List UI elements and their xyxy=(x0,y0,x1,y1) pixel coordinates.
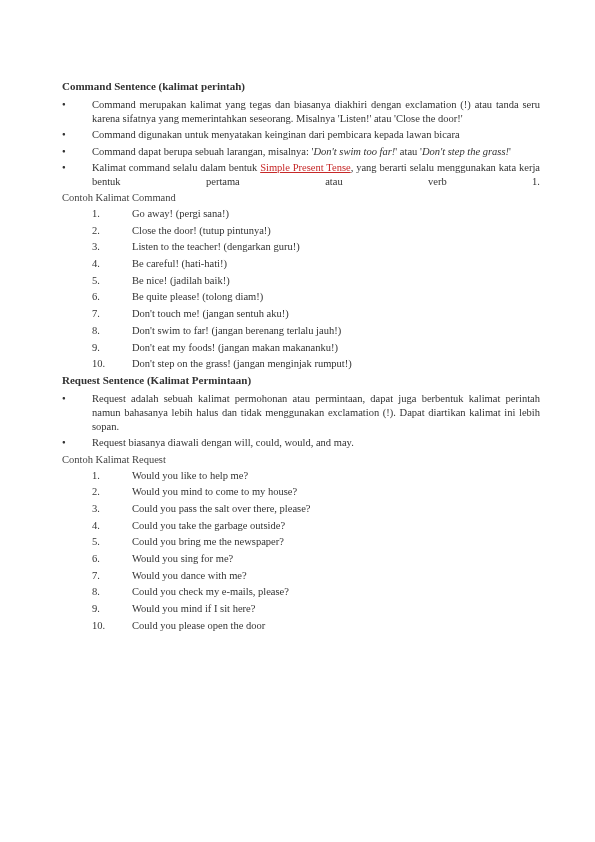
list-number: 5. xyxy=(92,535,132,550)
list-text: Would you sing for me? xyxy=(132,552,233,567)
list-item: 3.Listen to the teacher! (dengarkan guru… xyxy=(92,240,540,255)
list-text: Could you check my e-mails, please? xyxy=(132,585,289,600)
list-item: 10.Could you please open the door xyxy=(92,619,540,634)
list-text: Could you take the garbage outside? xyxy=(132,519,285,534)
list-number: 2. xyxy=(92,224,132,239)
list-text: Could you please open the door xyxy=(132,619,265,634)
bullet-icon: • xyxy=(62,436,66,450)
list-item: 5.Be nice! (jadilah baik!) xyxy=(92,274,540,289)
list-number: 2. xyxy=(92,485,132,500)
bullet-text: ' atau ' xyxy=(395,146,422,157)
bullet-item: • Command merupakan kalimat yang tegas d… xyxy=(62,98,540,126)
list-text: Be careful! (hati-hati!) xyxy=(132,257,227,272)
list-text: Would you dance with me? xyxy=(132,569,247,584)
list-text: Would you mind to come to my house? xyxy=(132,485,297,500)
command-list: 1.Go away! (pergi sana!)2.Close the door… xyxy=(62,207,540,372)
list-item: 7.Would you dance with me? xyxy=(92,569,540,584)
bullet-item: • Request biasanya diawali dengan will, … xyxy=(62,436,540,450)
list-text: Don't swim to far! (jangan berenang terl… xyxy=(132,324,341,339)
list-item: 7.Don't touch me! (jangan sentuh aku!) xyxy=(92,307,540,322)
request-list: 1.Would you like to help me?2.Would you … xyxy=(62,469,540,634)
list-item: 6.Be quite please! (tolong diam!) xyxy=(92,290,540,305)
list-item: 8.Don't swim to far! (jangan berenang te… xyxy=(92,324,540,339)
list-number: 7. xyxy=(92,569,132,584)
list-number: 6. xyxy=(92,290,132,305)
list-number: 10. xyxy=(92,619,132,634)
bullet-item: • Command dapat berupa sebuah larangan, … xyxy=(62,145,540,159)
list-item: 3.Could you pass the salt over there, pl… xyxy=(92,502,540,517)
bullet-text: Request biasanya diawali dengan will, co… xyxy=(92,437,354,448)
list-text: Could you pass the salt over there, plea… xyxy=(132,502,310,517)
list-number: 9. xyxy=(92,341,132,356)
list-item: 4.Be careful! (hati-hati!) xyxy=(92,257,540,272)
list-text: Could you bring me the newspaper? xyxy=(132,535,284,550)
list-number: 5. xyxy=(92,274,132,289)
list-text: Listen to the teacher! (dengarkan guru!) xyxy=(132,240,300,255)
italic-text: Don't swim too far! xyxy=(313,146,395,157)
bullet-text: Command merupakan kalimat yang tegas dan… xyxy=(92,99,540,124)
list-item: 10.Don't step on the grass! (jangan meng… xyxy=(92,357,540,372)
list-number: 9. xyxy=(92,602,132,617)
section1-title: Command Sentence (kalimat perintah) xyxy=(62,80,540,92)
list-item: 8.Could you check my e-mails, please? xyxy=(92,585,540,600)
bullet-item: • Request adalah sebuah kalimat permohon… xyxy=(62,392,540,435)
list-number: 8. xyxy=(92,585,132,600)
list-text: Don't eat my foods! (jangan makan makana… xyxy=(132,341,338,356)
list-text: Would you like to help me? xyxy=(132,469,248,484)
section2-subtitle: Contoh Kalimat Request xyxy=(62,454,540,465)
list-number: 8. xyxy=(92,324,132,339)
list-item: 2.Close the door! (tutup pintunya!) xyxy=(92,224,540,239)
list-text: Don't step on the grass! (jangan menginj… xyxy=(132,357,352,372)
bullet-icon: • xyxy=(62,145,66,159)
list-number: 10. xyxy=(92,357,132,372)
list-number: 7. xyxy=(92,307,132,322)
list-number: 1. xyxy=(92,207,132,222)
bullet-text: Command dapat berupa sebuah larangan, mi… xyxy=(92,146,313,157)
list-number: 3. xyxy=(92,502,132,517)
bullet-icon: • xyxy=(62,98,66,112)
bullet-icon: • xyxy=(62,161,66,175)
bullet-icon: • xyxy=(62,392,66,406)
list-text: Be quite please! (tolong diam!) xyxy=(132,290,263,305)
bullet-text: ' xyxy=(509,146,511,157)
list-number: 4. xyxy=(92,519,132,534)
section1-subtitle: Contoh Kalimat Command xyxy=(62,192,540,203)
list-item: 1.Go away! (pergi sana!) xyxy=(92,207,540,222)
list-text: Would you mind if I sit here? xyxy=(132,602,255,617)
bullet-text: Request adalah sebuah kalimat permohonan… xyxy=(92,393,540,432)
list-item: 9.Would you mind if I sit here? xyxy=(92,602,540,617)
list-text: Close the door! (tutup pintunya!) xyxy=(132,224,271,239)
list-text: Be nice! (jadilah baik!) xyxy=(132,274,230,289)
bullet-text: Kalimat command selalu dalam bentuk xyxy=(92,162,260,173)
list-item: 2.Would you mind to come to my house? xyxy=(92,485,540,500)
list-item: 6.Would you sing for me? xyxy=(92,552,540,567)
list-number: 4. xyxy=(92,257,132,272)
list-item: 5.Could you bring me the newspaper? xyxy=(92,535,540,550)
list-item: 4.Could you take the garbage outside? xyxy=(92,519,540,534)
list-text: Go away! (pergi sana!) xyxy=(132,207,229,222)
bullet-icon: • xyxy=(62,128,66,142)
document-page: Command Sentence (kalimat perintah) • Co… xyxy=(0,0,595,675)
italic-text: Don't step the grass! xyxy=(422,146,509,157)
bullet-item: • Kalimat command selalu dalam bentuk Si… xyxy=(62,161,540,189)
bullet-item: • Command digunakan untuk menyatakan kei… xyxy=(62,128,540,142)
section2-title: Request Sentence (Kalimat Permintaan) xyxy=(62,374,540,386)
list-number: 1. xyxy=(92,469,132,484)
list-item: 1.Would you like to help me? xyxy=(92,469,540,484)
list-number: 6. xyxy=(92,552,132,567)
bullet-text: Command digunakan untuk menyatakan keing… xyxy=(92,129,460,140)
list-text: Don't touch me! (jangan sentuh aku!) xyxy=(132,307,289,322)
list-number: 3. xyxy=(92,240,132,255)
list-item: 9.Don't eat my foods! (jangan makan maka… xyxy=(92,341,540,356)
link-text[interactable]: Simple Present Tense xyxy=(260,162,351,173)
